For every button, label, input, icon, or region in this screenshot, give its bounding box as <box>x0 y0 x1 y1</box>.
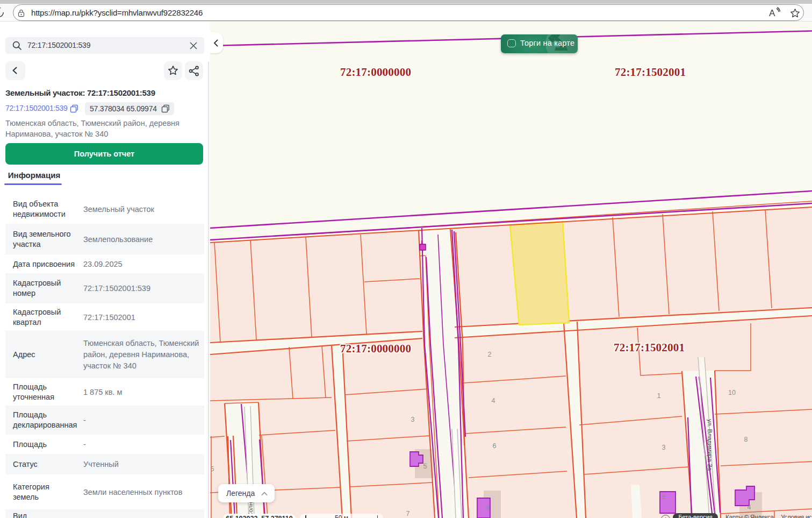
svg-text:1: 1 <box>657 392 661 400</box>
svg-text:5: 5 <box>211 465 214 473</box>
svg-text:8: 8 <box>744 436 748 443</box>
svg-text:5: 5 <box>423 463 427 470</box>
svg-text:72:17:0000000: 72:17:0000000 <box>340 66 411 79</box>
svg-text:8: 8 <box>486 504 490 512</box>
svg-text:72:17:1502001: 72:17:1502001 <box>614 341 685 354</box>
svg-text:10: 10 <box>728 389 736 396</box>
svg-text:7: 7 <box>406 510 410 517</box>
svg-text:72:17:1502001: 72:17:1502001 <box>615 66 686 79</box>
svg-text:5: 5 <box>662 493 666 501</box>
svg-text:3: 3 <box>662 444 666 451</box>
svg-text:4: 4 <box>492 397 495 405</box>
svg-text:3: 3 <box>411 416 415 423</box>
svg-text:A: A <box>769 8 775 18</box>
svg-text:72:17:0000000: 72:17:0000000 <box>340 342 411 355</box>
svg-text:4: 4 <box>748 503 751 511</box>
svg-text:ул. Владимира За: ул. Владимира За <box>707 419 713 471</box>
svg-text:2: 2 <box>488 351 492 358</box>
svg-text:6: 6 <box>493 442 497 450</box>
